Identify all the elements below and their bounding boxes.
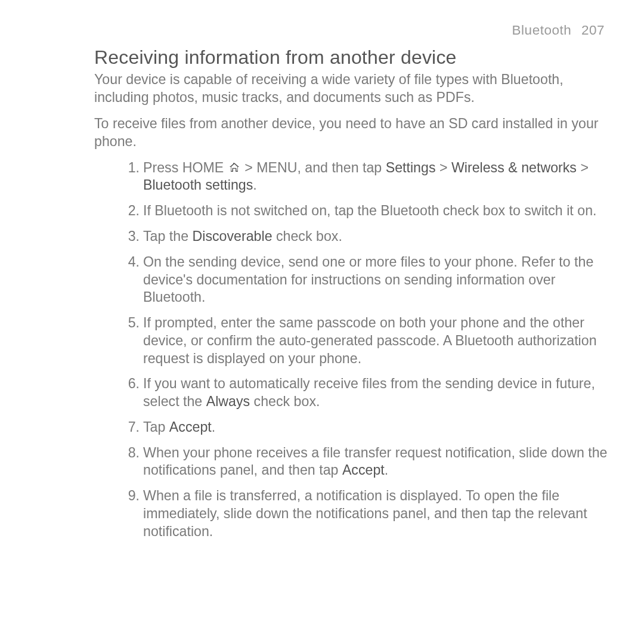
ui-label-wireless-networks: Wireless & networks bbox=[451, 160, 577, 175]
step-number: 5. bbox=[123, 314, 140, 332]
step-2: 2. If Bluetooth is not switched on, tap … bbox=[123, 202, 608, 220]
step-text: On the sending device, send one or more … bbox=[143, 254, 593, 305]
step-text: Tap the bbox=[143, 228, 193, 244]
step-text: . bbox=[385, 462, 388, 478]
ui-label-discoverable: Discoverable bbox=[193, 228, 273, 244]
step-9: 9. When a file is transferred, a notific… bbox=[123, 487, 608, 540]
step-text: When a file is transferred, a notificati… bbox=[143, 488, 587, 539]
step-text: . bbox=[253, 177, 256, 193]
step-3: 3. Tap the Discoverable check box. bbox=[123, 228, 608, 246]
step-text: Press HOME bbox=[143, 160, 228, 175]
steps-list: 1. Press HOME > MENU, and then tap Setti… bbox=[94, 159, 608, 541]
step-1: 1. Press HOME > MENU, and then tap Setti… bbox=[123, 159, 608, 195]
step-number: 7. bbox=[123, 419, 140, 436]
svg-rect-0 bbox=[233, 163, 234, 164]
step-number: 1. bbox=[123, 159, 140, 177]
page-number: 207 bbox=[581, 23, 605, 38]
ui-label-accept: Accept bbox=[169, 419, 212, 435]
step-number: 8. bbox=[123, 444, 140, 462]
page: Bluetooth 207 Receiving information from… bbox=[0, 0, 644, 644]
step-number: 4. bbox=[123, 253, 140, 271]
step-text: If prompted, enter the same passcode on … bbox=[143, 315, 597, 366]
intro-paragraph-1: Your device is capable of receiving a wi… bbox=[94, 71, 608, 107]
home-icon bbox=[228, 161, 241, 174]
step-8: 8. When your phone receives a file trans… bbox=[123, 444, 608, 480]
step-number: 2. bbox=[123, 202, 140, 220]
step-text: > bbox=[435, 160, 451, 175]
step-text: If Bluetooth is not switched on, tap the… bbox=[143, 203, 596, 218]
section-name: Bluetooth bbox=[512, 23, 572, 38]
step-4: 4. On the sending device, send one or mo… bbox=[123, 253, 608, 306]
step-text: check box. bbox=[250, 394, 320, 409]
step-text: . bbox=[212, 419, 215, 435]
section-title: Receiving information from another devic… bbox=[94, 47, 608, 69]
step-number: 6. bbox=[123, 375, 140, 393]
step-7: 7. Tap Accept. bbox=[123, 419, 608, 436]
step-number: 3. bbox=[123, 228, 140, 246]
step-text: check box. bbox=[273, 228, 342, 244]
ui-label-always: Always bbox=[206, 394, 250, 409]
ui-label-accept: Accept bbox=[342, 462, 385, 478]
step-5: 5. If prompted, enter the same passcode … bbox=[123, 314, 608, 367]
step-text: > MENU, and then tap bbox=[241, 160, 386, 175]
running-header: Bluetooth 207 bbox=[94, 23, 608, 38]
step-text: > bbox=[577, 160, 589, 175]
step-text: Tap bbox=[143, 419, 169, 435]
ui-label-bluetooth-settings: Bluetooth settings bbox=[143, 177, 253, 193]
step-number: 9. bbox=[123, 487, 140, 505]
step-6: 6. If you want to automatically receive … bbox=[123, 375, 608, 411]
ui-label-settings: Settings bbox=[386, 160, 436, 175]
intro-paragraph-2: To receive files from another device, yo… bbox=[94, 115, 608, 151]
